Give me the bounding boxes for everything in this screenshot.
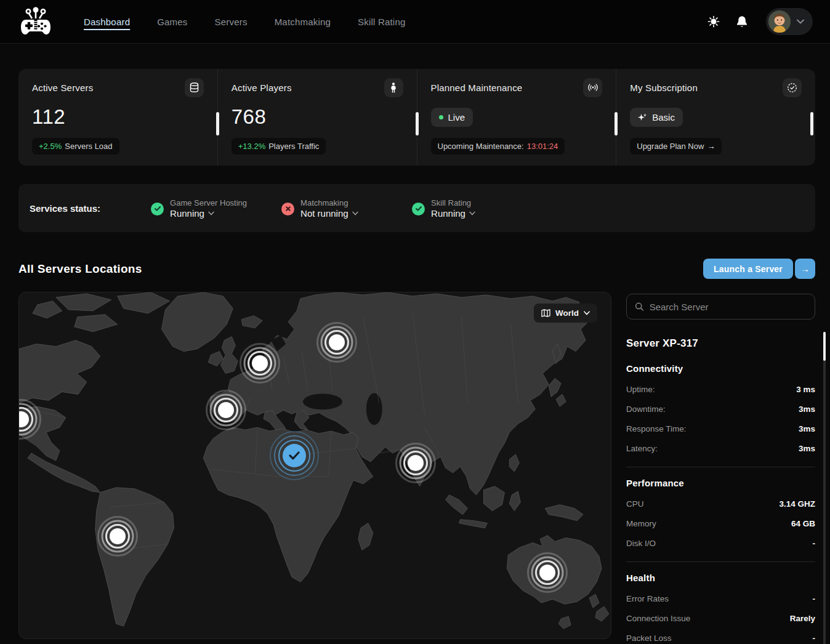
row-value: Rarely [790,614,815,623]
chevron-down-icon [584,311,590,315]
value-accent-bar [416,112,419,135]
player-person-icon [384,78,403,97]
locations-heading: All Servers Locations [18,262,142,276]
server-title: Server XP-317 [626,337,815,350]
row-value: 3ms [799,444,815,453]
active-servers-value: 112 [32,105,65,129]
launch-arrow-button[interactable]: → [795,259,815,279]
nav-item-matchmaking[interactable]: Matchmaking [275,17,331,27]
service-matchmaking[interactable]: Matchmaking Not running [281,198,412,219]
badge-text: Players Traffic [268,142,319,151]
sparkle-icon [638,113,647,122]
arrow-right-icon: → [707,142,715,151]
row-value: 3ms [799,424,815,433]
service-status: Not running [300,208,358,219]
section-title: Health [626,573,815,583]
section-title: Connectivity [626,363,815,374]
marker-core [252,355,268,371]
value-accent-bar-end [810,112,813,135]
upgrade-label: Upgrade Plan Now [637,142,704,151]
theme-sun-icon[interactable] [706,14,722,30]
service-status: Running [431,208,475,219]
plan-name: Basic [652,112,675,123]
row-label: Packet Loss [626,634,672,643]
row-value: - [813,634,816,643]
launch-server-button[interactable]: Launch a Server [703,259,793,279]
marker-core [110,528,126,544]
detail-scrollbar[interactable] [823,332,826,644]
row-label: Memory [626,519,656,528]
row-value: - [813,539,816,548]
chevron-down-icon [208,211,214,215]
detail-row: Disk I/O - [626,533,815,553]
card-title: Active Servers [32,83,94,93]
row-value: - [813,594,816,603]
detail-row: Packet Loss - [626,628,815,644]
service-skill-rating[interactable]: Skill Rating Running [412,198,542,219]
active-players-value: 768 [232,105,267,129]
card-title: Planned Maintenance [431,83,523,93]
services-status-label: Services status: [30,203,100,214]
nav-item-games[interactable]: Games [157,17,187,27]
nav-item-servers[interactable]: Servers [215,17,248,27]
detail-row: CPU 3.14 GHZ [626,494,815,513]
database-icon [185,78,204,97]
status-ok-icon [151,203,164,215]
row-value: 3ms [799,405,815,414]
upgrade-plan-button[interactable]: Upgrade Plan Now → [630,138,722,155]
marker-core [408,455,424,471]
detail-row: Response Time: 3ms [626,419,815,438]
detail-row: Connection Issue Rarely [626,608,815,628]
nav-item-dashboard[interactable]: Dashboard [84,17,130,27]
live-label: Live [448,112,465,123]
row-value: 3 ms [796,385,815,394]
nav-right [706,8,813,35]
status-ok-icon [412,203,425,215]
live-status-badge: Live [431,108,473,127]
search-server-box[interactable] [626,294,815,320]
plan-badge: Basic [630,108,683,127]
locations-content: World Server XP-317 Connectivity [18,292,815,644]
map-icon [541,309,550,317]
live-dot-icon [439,115,443,119]
detail-row: Memory 64 GB [626,513,815,533]
service-name: Game Server Hosting [170,198,247,207]
badge-text: Servers Load [65,142,112,151]
server-detail-panel: Server XP-317 Connectivity Uptime: 3 ms … [626,292,815,644]
row-value: 3.14 GHZ [779,499,815,509]
divider [626,561,815,562]
region-label: World [555,308,579,318]
maintenance-label: Upcoming Maintenance: [438,142,524,151]
row-label: Downtime: [626,405,666,414]
badge-percent: +13.2% [238,142,265,151]
broadcast-icon [583,78,602,97]
service-game-server-hosting[interactable]: Game Server Hosting Running [151,198,281,219]
row-label: Uptime: [626,385,655,394]
card-active-servers: Active Servers 112 +2.5% Servers Load [18,69,217,166]
section-performance: Performance CPU 3.14 GHZ Memory 64 GB Di… [626,478,815,553]
chevron-down-icon [797,19,804,24]
world-map[interactable]: World [18,292,611,639]
card-title: Active Players [232,83,292,93]
marker-core [218,402,234,418]
locations-section-head: All Servers Locations Launch a Server → [18,259,815,279]
gamepad-logo-icon[interactable] [20,6,52,37]
marker-core [539,565,555,581]
card-subscription: My Subscription Basic [616,69,815,166]
detail-row: Downtime: 3ms [626,399,815,419]
search-icon [635,302,644,312]
card-title: My Subscription [630,83,698,93]
notifications-bell-icon[interactable] [734,14,750,30]
service-name: Matchmaking [300,198,358,207]
search-server-input[interactable] [650,302,807,312]
scrollbar-thumb[interactable] [823,332,826,361]
badge-check-icon [783,78,802,97]
value-accent-bar [216,112,219,135]
chevron-down-icon [352,211,358,215]
row-value: 64 GB [791,519,815,528]
nav-item-skill-rating[interactable]: Skill Rating [358,17,405,27]
user-menu[interactable] [766,8,813,35]
stats-row: Active Servers 112 +2.5% Servers Load [18,69,815,166]
map-region-selector[interactable]: World [534,304,597,323]
card-planned-maintenance: Planned Maintenance Live Upcoming M [417,69,616,166]
